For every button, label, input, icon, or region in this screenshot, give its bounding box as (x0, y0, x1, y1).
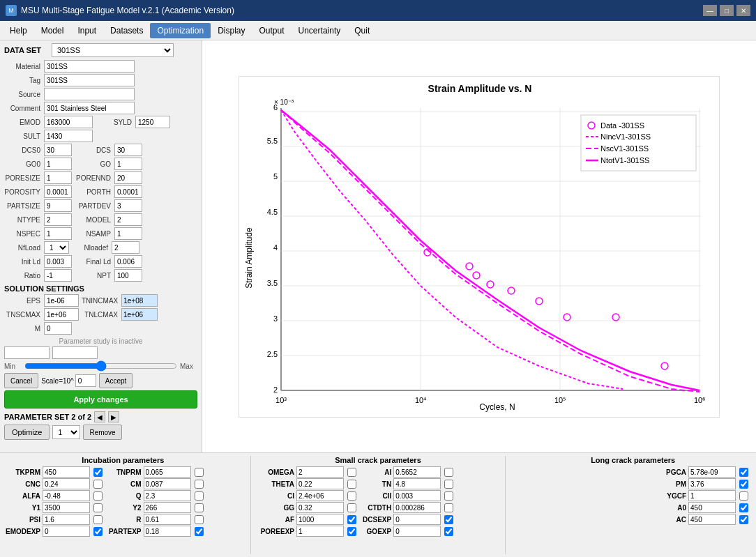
remove-button[interactable]: Remove (83, 425, 121, 440)
tnlcmax-input[interactable] (121, 308, 158, 321)
cm-input[interactable] (144, 478, 191, 489)
menu-quit[interactable]: Quit (347, 23, 377, 38)
opt-select[interactable]: 1 (52, 425, 80, 439)
tkprm-check[interactable] (93, 468, 103, 477)
model-input[interactable] (114, 213, 142, 226)
tag-input[interactable] (44, 74, 135, 86)
finalld-input[interactable] (114, 255, 142, 268)
menu-optimization[interactable]: Optimization (150, 23, 211, 38)
gg-input[interactable] (296, 502, 344, 513)
menu-output[interactable]: Output (252, 23, 292, 38)
m-input[interactable] (44, 322, 72, 335)
dcsexp-check[interactable] (444, 515, 453, 524)
partexp-input[interactable] (144, 526, 191, 537)
dcs-input[interactable] (114, 144, 142, 156)
npt-input[interactable] (114, 269, 142, 282)
pm-check[interactable] (739, 480, 748, 489)
porth-input[interactable] (114, 185, 142, 198)
y1-input[interactable] (43, 502, 90, 513)
close-button[interactable]: ✕ (736, 5, 750, 16)
param-set-next[interactable]: ▶ (108, 411, 119, 422)
dataset-select[interactable]: 301SS (52, 43, 174, 57)
initld-input[interactable] (44, 255, 72, 268)
tnprm-check[interactable] (195, 468, 204, 477)
ac-input[interactable] (688, 514, 736, 525)
material-input[interactable] (44, 60, 135, 73)
poreexp-input[interactable] (296, 526, 344, 537)
emodexp-input[interactable] (43, 526, 90, 537)
param-set-prev[interactable]: ◀ (94, 411, 105, 422)
menu-display[interactable]: Display (211, 23, 252, 38)
tn-input[interactable] (393, 478, 441, 489)
omega-check[interactable] (347, 468, 356, 477)
cm-check[interactable] (195, 480, 204, 489)
poreexp-check[interactable] (347, 527, 356, 536)
comment-input[interactable] (44, 102, 135, 114)
y2-check[interactable] (195, 503, 204, 512)
ygcf-input[interactable] (688, 490, 736, 501)
param-max-input[interactable] (52, 346, 98, 359)
af-check[interactable] (347, 515, 356, 524)
ctdth-check[interactable] (444, 503, 453, 512)
tnincmax-input[interactable] (121, 294, 158, 307)
cancel-button[interactable]: Cancel (4, 373, 38, 388)
porosity-input[interactable] (44, 185, 72, 198)
goexp-input[interactable] (393, 526, 441, 537)
pgca-input[interactable] (688, 466, 736, 478)
porennd-input[interactable] (114, 171, 142, 184)
psi-input[interactable] (43, 514, 90, 525)
nloadef-input[interactable] (112, 241, 139, 254)
alfa-input[interactable] (43, 490, 90, 501)
menu-uncertainty[interactable]: Uncertainty (292, 23, 348, 38)
ac-check[interactable] (739, 515, 748, 524)
gg-check[interactable] (347, 503, 356, 512)
q-check[interactable] (195, 491, 204, 501)
go-input[interactable] (114, 158, 142, 170)
a0-input[interactable] (688, 502, 736, 513)
psi-check[interactable] (93, 515, 103, 524)
menu-help[interactable]: Help (3, 23, 34, 38)
scale-input[interactable] (75, 374, 96, 387)
tnscmax-input[interactable] (44, 308, 79, 321)
omega-input[interactable] (296, 466, 344, 478)
ratio-input[interactable] (44, 269, 72, 282)
emodexp-check[interactable] (93, 527, 103, 536)
cii-check[interactable] (444, 491, 453, 501)
r-check[interactable] (195, 515, 204, 524)
apply-changes-button[interactable]: Apply changes (4, 390, 197, 409)
emod-input[interactable] (44, 116, 93, 128)
sult-input[interactable] (44, 130, 93, 142)
accept-button[interactable]: Accept (99, 373, 133, 388)
param-min-input[interactable] (4, 346, 50, 359)
nfload-select[interactable]: 1 (44, 241, 69, 254)
r-input[interactable] (144, 514, 191, 525)
a0-check[interactable] (739, 503, 748, 512)
source-input[interactable] (44, 88, 135, 100)
eps-input[interactable] (44, 294, 79, 307)
cnc-input[interactable] (43, 478, 90, 489)
go0-input[interactable] (44, 158, 72, 170)
tkprm-input[interactable] (43, 466, 90, 478)
partdev-input[interactable] (114, 199, 142, 212)
ci-check[interactable] (347, 491, 356, 501)
ctdth-input[interactable] (393, 502, 441, 513)
menu-model[interactable]: Model (34, 23, 71, 38)
alfa-check[interactable] (93, 491, 103, 501)
cii-input[interactable] (393, 490, 441, 501)
partsize-input[interactable] (44, 199, 72, 212)
ai-input[interactable] (393, 466, 441, 478)
menu-datasets[interactable]: Datasets (103, 23, 150, 38)
ntype-input[interactable] (44, 213, 72, 226)
pgca-check[interactable] (739, 468, 748, 477)
minimize-button[interactable]: — (703, 5, 717, 16)
goexp-check[interactable] (444, 527, 453, 536)
ygcf-check[interactable] (739, 491, 748, 501)
theta-input[interactable] (296, 478, 344, 489)
nsamp-input[interactable] (114, 227, 142, 240)
syld-input[interactable] (135, 116, 170, 128)
dcsexp-input[interactable] (393, 514, 441, 525)
tn-check[interactable] (444, 480, 453, 489)
nspec-input[interactable] (44, 227, 72, 240)
theta-check[interactable] (347, 480, 356, 489)
y2-input[interactable] (144, 502, 191, 513)
